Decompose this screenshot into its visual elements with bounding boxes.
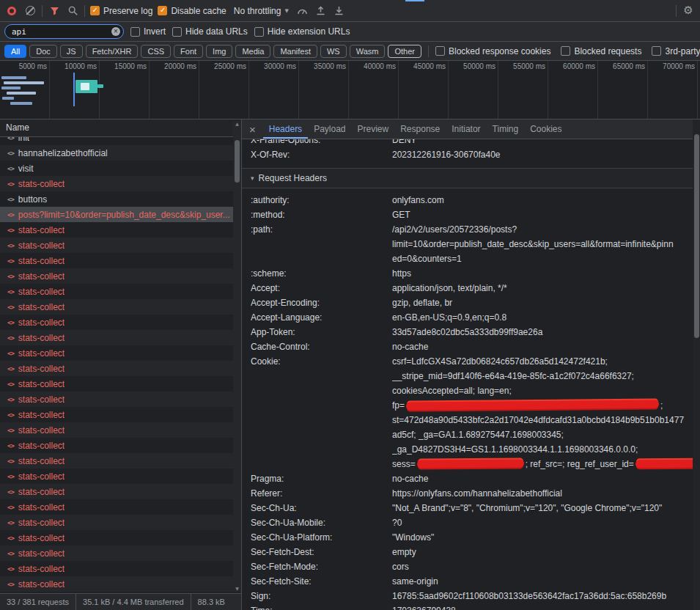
type-filter-all[interactable]: All (4, 45, 26, 58)
request-row[interactable]: <>stats-collect (0, 376, 241, 392)
scrollbar-thumb[interactable] (235, 140, 240, 183)
scrollbar-thumb[interactable] (694, 134, 699, 338)
close-icon[interactable]: × (242, 123, 263, 136)
network-conditions-icon[interactable] (296, 4, 309, 18)
import-har-icon[interactable] (314, 4, 328, 18)
script-icon: <> (7, 473, 14, 480)
type-filter-manifest[interactable]: Manifest (273, 45, 317, 58)
request-row[interactable]: <>stats-collect (0, 361, 241, 376)
tab-cookies[interactable]: Cookies (524, 120, 567, 139)
preserve-log-checkbox[interactable]: Preserve log (90, 6, 152, 16)
header-value: no-cache (392, 471, 700, 486)
filter-checkbox-3rd-party-requests[interactable]: 3rd-party requests (652, 46, 700, 56)
record-icon[interactable] (5, 4, 18, 18)
header-value: no-cache (392, 339, 700, 354)
request-row[interactable]: <>stats-collect (0, 299, 241, 315)
request-headers-section[interactable]: ▾ Request Headers (242, 168, 700, 188)
detail-tabs: HeadersPayloadPreviewResponseInitiatorTi… (263, 120, 568, 139)
network-overview[interactable]: 5000 ms10000 ms15000 ms20000 ms25000 ms3… (0, 61, 700, 120)
request-name: stats-collect (18, 348, 65, 359)
request-row[interactable]: <>stats-collect (0, 530, 241, 545)
request-row[interactable]: <>stats-collect (0, 576, 241, 592)
header-text: csrf=LdfcGX4Sa72db06824c657db26a5d142472… (392, 356, 608, 367)
checkbox-checked-icon (158, 6, 167, 15)
request-row[interactable]: <>stats-collect (0, 222, 241, 238)
request-row[interactable]: <>stats-collect (0, 253, 241, 268)
request-row[interactable]: <>stats-collect (0, 407, 241, 422)
filter-icon[interactable] (48, 4, 61, 18)
request-list-scrollbar[interactable]: ▲ ▼ (233, 121, 241, 592)
header-text: ad5cf; _ga=GA1.1.689275447.1698003345; (392, 430, 564, 440)
request-row[interactable]: <>visit (0, 161, 241, 176)
scroll-up-icon[interactable]: ▲ (235, 121, 239, 127)
disable-cache-checkbox[interactable]: Disable cache (158, 6, 226, 16)
request-row[interactable]: <>stats-collect (0, 176, 241, 191)
details-scrollbar[interactable] (693, 120, 700, 610)
type-filter-media[interactable]: Media (235, 45, 270, 58)
scroll-down-icon[interactable]: ▼ (235, 586, 239, 592)
type-filter-ws[interactable]: WS (320, 45, 347, 58)
request-row[interactable]: <>stats-collect (0, 268, 241, 284)
header-row: Sec-Fetch-Site:same-origin (242, 574, 700, 589)
tab-timing[interactable]: Timing (487, 120, 525, 139)
header-text: DENY (392, 139, 416, 145)
request-row[interactable]: <>stats-collect (0, 238, 241, 253)
request-row[interactable]: <>stats-collect (0, 484, 241, 499)
tab-response[interactable]: Response (394, 120, 446, 139)
request-row[interactable]: <>stats-collect (0, 438, 241, 453)
header-text: application/json, text/plain, */* (392, 283, 507, 293)
request-row[interactable]: <>stats-collect (0, 284, 241, 299)
script-icon: <> (7, 242, 14, 249)
hide-extension-urls-checkbox[interactable]: Hide extension URLs (254, 26, 350, 37)
clear-filter-icon[interactable]: × (111, 27, 120, 36)
waterfall-bar (2, 97, 14, 100)
type-filter-wasm[interactable]: Wasm (350, 45, 386, 58)
type-filter-other[interactable]: Other (388, 45, 421, 58)
tab-preview[interactable]: Preview (352, 120, 395, 139)
request-row[interactable]: <>stats-collect (0, 345, 241, 361)
header-name: Sec-Ch-Ua: (251, 501, 392, 515)
throttling-dropdown[interactable]: No throttling ▼ (232, 6, 291, 16)
request-row[interactable]: <>stats-collect (0, 422, 241, 438)
clear-glyph (26, 6, 35, 15)
header-value-line: empty (392, 545, 700, 559)
tab-initiator[interactable]: Initiator (446, 120, 486, 139)
type-filter-img[interactable]: Img (206, 45, 232, 58)
request-row[interactable]: <>stats-collect (0, 561, 241, 576)
header-name: Cache-Control: (251, 339, 392, 354)
request-row[interactable]: <>stats-collect (0, 330, 241, 345)
waterfall-overview (0, 61, 700, 119)
request-row[interactable]: <>init (0, 137, 241, 145)
type-filter-fetch-xhr[interactable]: Fetch/XHR (86, 45, 139, 58)
request-row[interactable]: <>stats-collect (0, 315, 241, 330)
settings-gear-icon[interactable]: ⚙ (682, 4, 695, 18)
type-filter-css[interactable]: CSS (141, 45, 171, 58)
request-row[interactable]: <>stats-collect (0, 515, 241, 530)
request-row[interactable]: <>stats-collect (0, 453, 241, 468)
search-icon[interactable] (66, 4, 79, 18)
header-text: 202312261916-30670fa40e (392, 150, 500, 160)
header-value-line: cookiesAccepted=all; lang=en; (392, 383, 700, 398)
hide-data-urls-checkbox[interactable]: Hide data URLs (172, 26, 248, 37)
invert-checkbox[interactable]: Invert (130, 26, 166, 37)
clear-icon[interactable] (23, 4, 37, 18)
type-filter-font[interactable]: Font (174, 45, 203, 58)
export-har-icon[interactable] (333, 4, 346, 18)
filter-checkbox-blocked-requests[interactable]: Blocked requests (561, 46, 641, 56)
tab-payload[interactable]: Payload (308, 120, 351, 139)
tab-headers[interactable]: Headers (263, 120, 308, 139)
request-row[interactable]: <>buttons (0, 191, 241, 207)
request-row[interactable]: <>stats-collect (0, 392, 241, 407)
header-name: Sec-Ch-Ua-Mobile: (251, 515, 392, 530)
type-filter-js[interactable]: JS (60, 45, 83, 58)
request-row[interactable]: <>hannahelizabethofficial (0, 145, 241, 161)
type-filter-doc[interactable]: Doc (29, 45, 57, 58)
request-row[interactable]: <>stats-collect (0, 468, 241, 484)
filter-input[interactable] (4, 24, 124, 39)
request-row[interactable]: <>stats-collect (0, 499, 241, 515)
request-row[interactable]: <>stats-collect (0, 545, 241, 561)
resources-size: 88.3 kB (191, 594, 232, 610)
request-row[interactable]: <>posts?limit=10&order=publish_date_desc… (0, 207, 241, 222)
name-column-header[interactable]: Name (0, 120, 241, 137)
filter-checkbox-blocked-response-cookies[interactable]: Blocked response cookies (435, 46, 550, 56)
